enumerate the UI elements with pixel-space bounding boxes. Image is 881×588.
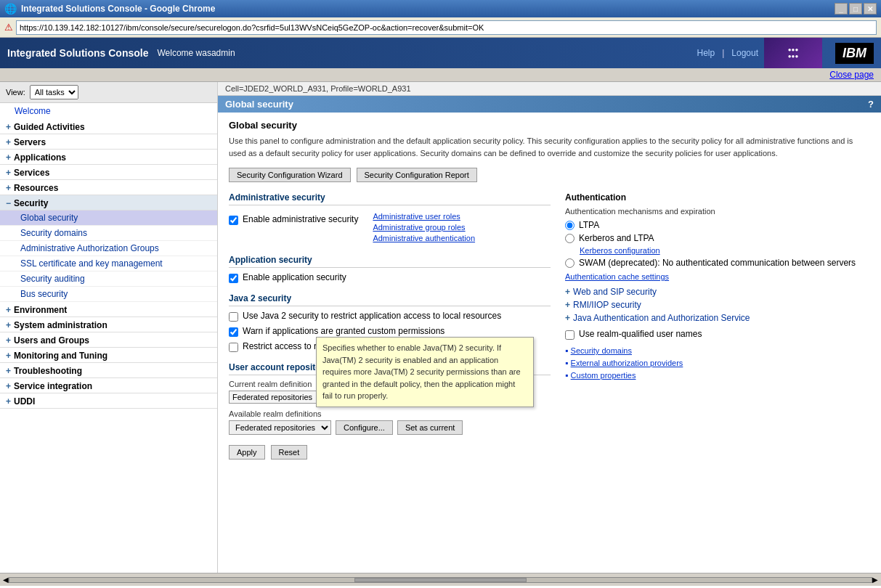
security-report-button[interactable]: Security Configuration Report: [357, 168, 477, 182]
sidebar-item-uddi[interactable]: + UDDI: [0, 393, 217, 409]
java-auth-expand[interactable]: + Java Authentication and Authorization …: [565, 313, 870, 323]
bullet-icon: ▪: [565, 346, 568, 356]
window-controls[interactable]: _ □ ✕: [835, 3, 877, 15]
enable-app-security-label: Enable application security: [243, 272, 346, 282]
sidebar-subitem-admin-auth-groups[interactable]: Administrative Authorization Groups: [0, 241, 217, 256]
sidebar: View: All tasks Welcome + Guided Activit…: [0, 82, 218, 573]
sidebar-item-applications[interactable]: + Applications: [0, 150, 217, 165]
sidebar-label: Guided Activities: [14, 122, 85, 132]
action-buttons: Apply Reset: [229, 445, 551, 460]
enable-admin-security-label: Enable administrative security: [243, 214, 358, 224]
sidebar-label: Users and Groups: [14, 335, 89, 346]
address-bar[interactable]: [16, 20, 877, 35]
logout-link[interactable]: Logout: [731, 48, 758, 58]
admin-auth-link[interactable]: Administrative authentication: [373, 234, 475, 242]
sidebar-item-service-integration[interactable]: + Service integration: [0, 378, 217, 393]
admin-group-roles-link[interactable]: Administrative group roles: [373, 223, 475, 232]
swam-radio-row: SWAM (deprecated): No authenticated comm…: [565, 258, 870, 268]
scroll-thumb[interactable]: [354, 578, 527, 582]
sidebar-subitem-global-security[interactable]: Global security: [0, 211, 217, 226]
content-area: Cell=JDED2_WORLD_A931, Profile=WORLD_A93…: [218, 82, 881, 573]
view-select[interactable]: All tasks: [30, 85, 78, 99]
java2-tooltip: Specifies whether to enable Java(TM) 2 s…: [316, 337, 534, 407]
sidebar-item-guided-activities[interactable]: + Guided Activities: [0, 119, 217, 134]
use-java2-checkbox[interactable]: [229, 312, 238, 322]
security-domains-link[interactable]: Security domains: [571, 346, 632, 355]
sidebar-item-monitoring[interactable]: + Monitoring and Tuning: [0, 348, 217, 363]
help-link[interactable]: Help: [697, 48, 715, 58]
sidebar-item-troubleshooting[interactable]: + Troubleshooting: [0, 363, 217, 378]
cell-text: Cell=JDED2_WORLD_A931, Profile=WORLD_A93…: [225, 84, 411, 93]
expand-icon: +: [6, 183, 11, 193]
swam-radio[interactable]: [565, 258, 575, 268]
welcome-text: Welcome wasadmin: [157, 48, 235, 58]
horizontal-scrollbar[interactable]: ◀ ▶: [0, 573, 881, 586]
sidebar-item-resources[interactable]: + Resources: [0, 180, 217, 195]
app-brand: Integrated Solutions Console: [7, 47, 148, 59]
expand-icon: +: [6, 152, 11, 163]
expand-icon: −: [6, 198, 11, 208]
sidebar-item-users-groups[interactable]: + Users and Groups: [0, 332, 217, 348]
help-icon[interactable]: ?: [868, 99, 874, 110]
rmi-iiop-expand[interactable]: + RMI/IIOP security: [565, 300, 870, 310]
expand-icon: +: [6, 351, 11, 361]
sidebar-label: Monitoring and Tuning: [14, 351, 107, 361]
ltpa-radio[interactable]: [565, 221, 575, 230]
rmi-iiop-label: RMI/IIOP security: [573, 300, 641, 310]
sidebar-label: Troubleshooting: [14, 366, 82, 376]
sidebar-item-security[interactable]: − Security: [0, 195, 217, 211]
window-title: Integrated Solutions Console - Google Ch…: [21, 4, 215, 14]
available-realm-row: Available realm definitions Federated re…: [229, 409, 551, 435]
sidebar-item-services[interactable]: + Services: [0, 165, 217, 180]
admin-user-roles-link[interactable]: Administrative user roles: [373, 212, 475, 221]
available-realm-select[interactable]: Federated repositories: [229, 420, 331, 435]
sidebar-item-environment[interactable]: + Environment: [0, 302, 217, 317]
sidebar-header: View: All tasks: [0, 82, 217, 103]
realm-qualified-row: Use realm-qualified user names: [565, 329, 870, 340]
kerberos-label: Kerberos and LTPA: [579, 233, 654, 243]
auth-cache-link[interactable]: Authentication cache settings: [565, 272, 870, 281]
sidebar-subitem-security-auditing[interactable]: Security auditing: [0, 271, 217, 287]
enable-admin-security-checkbox[interactable]: [229, 216, 238, 225]
reset-button[interactable]: Reset: [271, 445, 308, 460]
kerberos-radio[interactable]: [565, 234, 575, 243]
bullet-icon: ▪: [565, 370, 568, 380]
scroll-right-btn[interactable]: ▶: [872, 576, 878, 584]
enable-app-security-checkbox[interactable]: [229, 274, 238, 283]
external-auth-link[interactable]: External authorization providers: [571, 359, 683, 367]
sidebar-label: Service integration: [14, 381, 92, 391]
java2-security-title: Java 2 security: [229, 293, 551, 306]
content-inner: Global security Use this panel to config…: [218, 113, 881, 467]
logo-graphic: ●●●●●●: [764, 38, 822, 68]
maximize-button[interactable]: □: [849, 3, 862, 15]
set-current-button[interactable]: Set as current: [397, 420, 463, 435]
sidebar-item-welcome[interactable]: Welcome: [0, 103, 217, 119]
warn-java2-checkbox[interactable]: [229, 327, 238, 337]
security-wizard-button[interactable]: Security Configuration Wizard: [229, 168, 351, 182]
close-page-link[interactable]: Close page: [829, 70, 874, 80]
sidebar-subitem-bus-security[interactable]: Bus security: [0, 287, 217, 302]
sidebar-subitem-security-domains[interactable]: Security domains: [0, 226, 217, 241]
sidebar-item-servers[interactable]: + Servers: [0, 134, 217, 150]
kerberos-radio-row: Kerberos and LTPA: [565, 233, 870, 243]
sidebar-item-system-admin[interactable]: + System administration: [0, 317, 217, 332]
restrict-java2-checkbox[interactable]: [229, 343, 238, 352]
realm-qualified-checkbox[interactable]: [565, 330, 575, 340]
scroll-left-btn[interactable]: ◀: [3, 576, 9, 584]
use-java2-row: Use Java 2 security to restrict applicat…: [229, 311, 551, 322]
web-sip-label: Web and SIP security: [573, 287, 657, 297]
custom-props-link[interactable]: Custom properties: [571, 371, 636, 380]
web-sip-expand[interactable]: + Web and SIP security: [565, 287, 870, 297]
kerberos-config-link[interactable]: Kerberos configuration: [580, 246, 870, 255]
sidebar-label: Applications: [14, 152, 66, 163]
sidebar-subitem-ssl-cert[interactable]: SSL certificate and key management: [0, 256, 217, 271]
apply-button[interactable]: Apply: [229, 445, 265, 460]
minimize-button[interactable]: _: [835, 3, 848, 15]
configure-button[interactable]: Configure...: [336, 420, 393, 435]
close-button[interactable]: ✕: [864, 3, 877, 15]
close-page-bar: Close page: [0, 68, 881, 82]
sidebar-label: Security: [14, 198, 48, 208]
tooltip-text: Specifies whether to enable Java(TM) 2 s…: [322, 343, 521, 400]
java-auth-label: Java Authentication and Authorization Se…: [573, 313, 750, 323]
content-section-title: Global security: [229, 120, 870, 131]
